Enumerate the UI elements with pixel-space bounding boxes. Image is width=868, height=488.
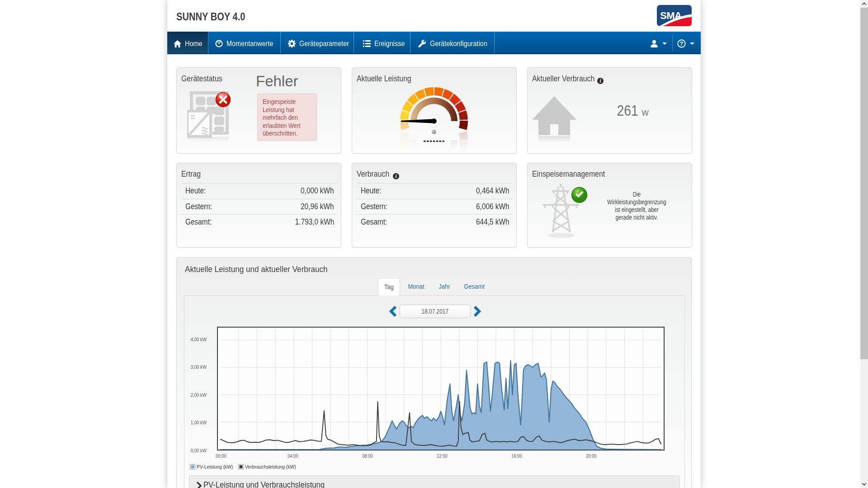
svg-text:SMA: SMA [660,10,682,21]
svg-text:?: ? [680,40,684,47]
